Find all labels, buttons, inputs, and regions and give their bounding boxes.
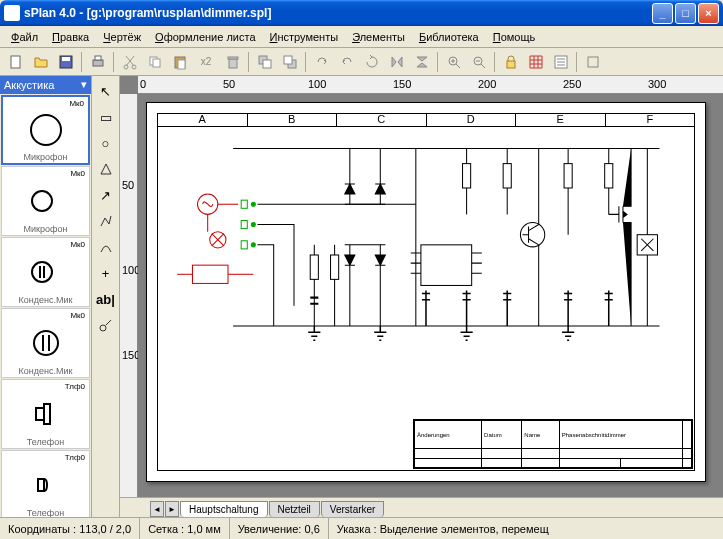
text-tool[interactable]: ab| (95, 288, 117, 310)
sheet-tab[interactable]: Hauptschaltung (180, 501, 268, 517)
menu-draw[interactable]: Чертёж (96, 29, 148, 45)
component-palette: Аккустика ▾ Мк0 Микрофон Мк0 Микрофон Мк… (0, 76, 92, 517)
node-tool[interactable]: + (95, 262, 117, 284)
statusbar: Координаты : 113,0 / 2,0 Сетка : 1,0 мм … (0, 517, 723, 539)
undo-button[interactable] (335, 51, 358, 73)
new-button[interactable] (4, 51, 27, 73)
tab-next-button[interactable]: ► (165, 501, 179, 517)
rect-tool[interactable]: ▭ (95, 106, 117, 128)
redo-button[interactable] (310, 51, 333, 73)
horizontal-ruler: 0 50 100 150 200 250 300 (138, 76, 723, 94)
svg-point-23 (32, 191, 52, 211)
menu-help[interactable]: Помощь (486, 29, 543, 45)
palette-header[interactable]: Аккустика ▾ (0, 76, 91, 94)
svg-point-29 (100, 325, 106, 331)
microphone-icon (26, 181, 66, 221)
palette-item[interactable]: Мк0 Конденс.Мик (1, 237, 90, 307)
svg-rect-28 (38, 479, 44, 491)
close-button[interactable]: × (698, 3, 719, 24)
print-button[interactable] (86, 51, 109, 73)
phone-icon (26, 394, 66, 434)
svg-rect-12 (228, 57, 238, 59)
svg-rect-27 (44, 404, 50, 424)
status-hint: Указка : Выделение элементов, перемещ (329, 518, 723, 539)
palette-item[interactable]: Мк0 Микрофон (1, 166, 90, 236)
flip-v-button[interactable] (410, 51, 433, 73)
polyline-tool[interactable] (95, 210, 117, 232)
svg-rect-40 (331, 255, 339, 279)
window-title: sPlan 4.0 - [g:\program\rusplan\dimmer.s… (24, 6, 652, 20)
pointer-tool[interactable]: ↖ (95, 80, 117, 102)
svg-rect-8 (153, 59, 160, 67)
svg-point-34 (251, 202, 255, 206)
polygon-tool[interactable] (95, 158, 117, 180)
workspace: Аккустика ▾ Мк0 Микрофон Мк0 Микрофон Мк… (0, 76, 723, 517)
paste-button[interactable] (168, 51, 191, 73)
canvas-scroll[interactable]: A B C D E F (138, 94, 723, 497)
curve-tool[interactable] (95, 236, 117, 258)
save-button[interactable] (54, 51, 77, 73)
open-button[interactable] (29, 51, 52, 73)
microphone-icon (26, 110, 66, 150)
zoom-out-button[interactable] (467, 51, 490, 73)
lock-button[interactable] (499, 51, 522, 73)
tab-prev-button[interactable]: ◄ (150, 501, 164, 517)
style-button[interactable] (581, 51, 604, 73)
flip-h-button[interactable] (385, 51, 408, 73)
svg-rect-43 (564, 164, 572, 188)
copy-button[interactable] (143, 51, 166, 73)
svg-rect-45 (421, 245, 472, 286)
menu-library[interactable]: Библиотека (412, 29, 486, 45)
status-coords: Координаты : 113,0 / 2,0 (0, 518, 140, 539)
arrow-tool[interactable]: ↗ (95, 184, 117, 206)
phone-icon (26, 465, 66, 505)
sheet-tab[interactable]: Netzteil (269, 501, 320, 517)
bring-front-button[interactable] (278, 51, 301, 73)
sheet-tabs: ◄ ► Hauptschaltung Netzteil Verstarker (120, 497, 723, 517)
minimize-button[interactable]: _ (652, 3, 673, 24)
capacitor-mic-icon (26, 252, 66, 292)
status-grid: Сетка : 1,0 мм (140, 518, 230, 539)
menu-sheet[interactable]: Оформление листа (148, 29, 262, 45)
menu-tools[interactable]: Инструменты (263, 29, 346, 45)
schematic (162, 123, 690, 407)
svg-rect-16 (284, 56, 292, 64)
cut-button[interactable] (118, 51, 141, 73)
svg-rect-0 (11, 56, 20, 68)
sheet-tab[interactable]: Verstarker (321, 501, 385, 517)
grid-button[interactable] (524, 51, 547, 73)
svg-rect-44 (605, 164, 613, 188)
zoom-in-button[interactable] (442, 51, 465, 73)
menu-elements[interactable]: Элементы (345, 29, 412, 45)
titlebar: sPlan 4.0 - [g:\program\rusplan\dimmer.s… (0, 0, 723, 26)
maximize-button[interactable]: □ (675, 3, 696, 24)
svg-rect-33 (241, 200, 247, 208)
palette-item[interactable]: Мк0 Микрофон (1, 95, 90, 165)
svg-rect-37 (241, 241, 247, 249)
svg-rect-4 (95, 56, 101, 60)
canvas-pane: 0 50 100 150 200 250 300 50 100 150 A B (120, 76, 723, 517)
app-icon (4, 5, 20, 21)
delete-button[interactable] (221, 51, 244, 73)
palette-item[interactable]: Тлф0 Телефон (1, 450, 90, 517)
capacitor-mic-icon (26, 323, 66, 363)
svg-rect-35 (241, 220, 247, 228)
dimension-tool[interactable] (95, 314, 117, 336)
circle-tool[interactable]: ○ (95, 132, 117, 154)
svg-point-38 (251, 243, 255, 247)
renumber-button[interactable] (549, 51, 572, 73)
svg-point-36 (251, 223, 255, 227)
svg-rect-41 (463, 164, 471, 188)
toolbar: x2 (0, 48, 723, 76)
palette-item[interactable]: Мк0 Конденс.Мик (1, 308, 90, 378)
rotate-button[interactable] (360, 51, 383, 73)
menu-edit[interactable]: Правка (45, 29, 96, 45)
palette-item[interactable]: Тлф0 Телефон (1, 379, 90, 449)
svg-rect-21 (588, 57, 598, 67)
svg-point-22 (31, 115, 61, 145)
palette-category: Аккустика (4, 79, 54, 91)
send-back-button[interactable] (253, 51, 276, 73)
duplicate-button[interactable]: x2 (193, 51, 219, 73)
drawing-sheet[interactable]: A B C D E F (146, 102, 706, 482)
menu-file[interactable]: Файл (4, 29, 45, 45)
